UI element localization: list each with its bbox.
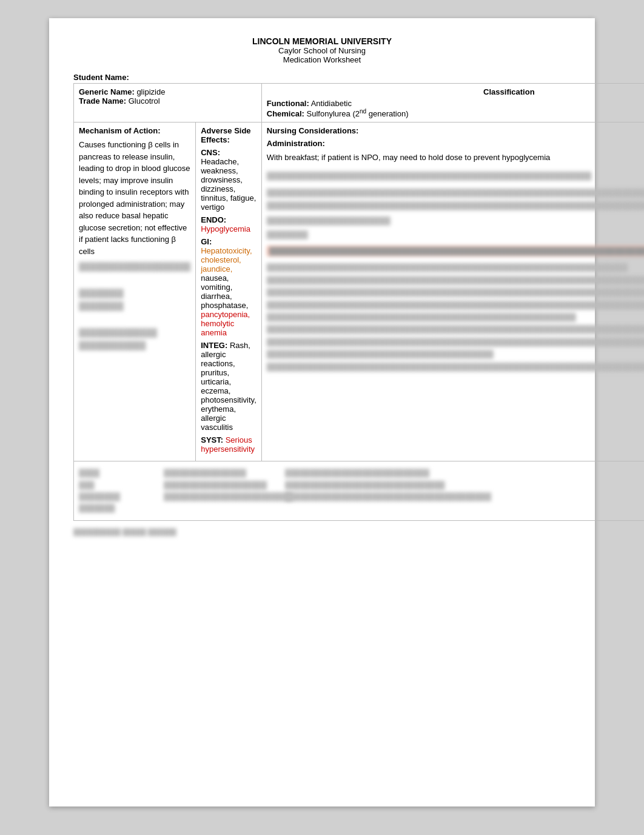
trade-name-row: Trade Name: Glucotrol — [79, 96, 257, 106]
bottom-blurred-left: ██████████████████████ — [79, 468, 152, 514]
page-header: LINCOLN MEMORIAL UNIVERSITY Caylor Schoo… — [73, 36, 571, 64]
cns-label: CNS: — [201, 148, 220, 157]
integ-text: Rash, allergic reactions, pruritus, urti… — [201, 341, 257, 432]
mechanism-blurred-3: ██████████████████████████ — [79, 327, 190, 352]
generic-name-value: glipizide — [136, 87, 165, 96]
worksheet-title: Medication Worksheet — [73, 55, 571, 64]
classification-cell: Classification Functional: Antidiabetic … — [261, 84, 644, 122]
generic-name-label: Generic Name: — [79, 87, 135, 96]
chemical-row: Chemical: Sulfonylurea (2nd generation) — [267, 108, 644, 118]
bottom-blurred-mid: ████████████████ ████████████████████ ██… — [164, 468, 273, 503]
student-name-label: Student Name: — [73, 73, 129, 82]
mechanism-blurred-1: ████████████████████ — [79, 261, 190, 273]
endo-text: Hypoglycemia — [201, 224, 250, 233]
trade-name-label: Trade Name: — [79, 96, 126, 106]
adverse-header: Adverse Side Effects: — [201, 126, 250, 144]
gi-row: GI: Hepatotoxicity, cholesterol, jaundic… — [201, 237, 257, 337]
mechanism-header: Mechanism of Action: — [79, 126, 161, 135]
bottom-cell: ██████████████████████ ████████████████ … — [74, 461, 645, 521]
bottom-blurred-right: ████████████████████████████ ███████████… — [285, 468, 644, 503]
admin-header: Administration: — [267, 139, 325, 148]
gi-label: GI: — [201, 237, 212, 246]
nursing-blurred-1: ████████████████████████████████████████… — [267, 170, 644, 182]
drug-name-classification-row: Generic Name: glipizide Trade Name: Gluc… — [74, 84, 645, 122]
nursing-blurred-3: ████████████████████████ — [267, 215, 644, 227]
footer-blurred: ██████████ █████ ██████ — [73, 527, 571, 538]
nursing-cell: Nursing Considerations: Administration: … — [261, 122, 644, 461]
main-content-row: Mechanism of Action: Causes functioning … — [74, 122, 645, 461]
drug-names-cell: Generic Name: glipizide Trade Name: Gluc… — [74, 84, 262, 122]
chemical-value: Sulfonylurea (2nd generation) — [307, 109, 409, 118]
gi-text-red: pancytopenia, hemolytic anemia — [201, 310, 250, 337]
nursing-blurred-highlight: ████████████████████████████████████████… — [267, 246, 644, 257]
chemical-label: Chemical: — [267, 109, 304, 118]
integ-label: INTEG: — [201, 341, 227, 350]
cns-row: CNS: Headache, weakness, drowsiness, diz… — [201, 148, 257, 212]
medication-worksheet-page: LINCOLN MEMORIAL UNIVERSITY Caylor Schoo… — [49, 18, 595, 806]
syst-label: SYST: — [201, 435, 223, 444]
nursing-blurred-4: ████████ — [267, 229, 644, 241]
endo-label: ENDO: — [201, 215, 226, 224]
nursing-blurred-5: ████████████████████████████████████████… — [267, 261, 644, 373]
endo-row: ENDO: Hypoglycemia — [201, 215, 257, 233]
school-title: Caylor School of Nursing — [73, 46, 571, 55]
nursing-header: Nursing Considerations: — [267, 126, 359, 135]
gi-text-normal: nausea, vomiting, diarrhea, phosphatase, — [201, 273, 248, 310]
mechanism-text: Causes functioning β cells in pancreas t… — [79, 139, 190, 257]
generic-name-row: Generic Name: glipizide — [79, 87, 257, 96]
bottom-row: ██████████████████████ ████████████████ … — [74, 461, 645, 521]
cns-text: Headache, weakness, drowsiness, dizzines… — [201, 157, 256, 212]
integ-row: INTEG: Rash, allergic reactions, pruritu… — [201, 341, 257, 432]
mechanism-blurred-2: ████████████████ — [79, 287, 190, 313]
nursing-blurred-2: ████████████████████████████████████████… — [267, 187, 644, 212]
student-name-row: Student Name: — [73, 73, 571, 82]
syst-row: SYST: Serious hypersensitivity — [201, 435, 257, 454]
functional-value: Antidiabetic — [311, 99, 352, 108]
trade-name-value: Glucotrol — [129, 96, 160, 106]
functional-label: Functional: — [267, 99, 309, 108]
university-title: LINCOLN MEMORIAL UNIVERSITY — [73, 36, 571, 46]
classification-header: Classification — [267, 87, 644, 96]
mechanism-cell: Mechanism of Action: Causes functioning … — [74, 122, 196, 461]
admin-text: With breakfast; if patient is NPO, may n… — [267, 152, 644, 164]
main-table: Generic Name: glipizide Trade Name: Gluc… — [73, 83, 644, 521]
adverse-cell: Adverse Side Effects: CNS: Headache, wea… — [196, 122, 262, 461]
functional-row: Functional: Antidiabetic — [267, 99, 644, 108]
gi-text-orange: Hepatotoxicity, cholesterol, jaundice, — [201, 246, 252, 273]
